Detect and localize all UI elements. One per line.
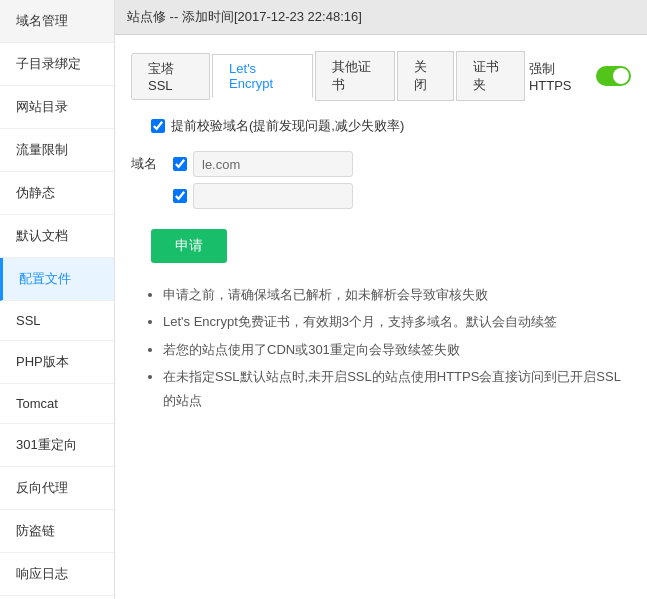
domain-1-checkbox[interactable] (173, 157, 187, 171)
domain-label: 域名 (131, 151, 161, 173)
tab-cert-folder[interactable]: 证书夹 (456, 51, 525, 101)
domain-list (173, 151, 353, 209)
domain-item-1 (173, 151, 353, 177)
apply-button[interactable]: 申请 (151, 229, 227, 263)
notes-list: 申请之前，请确保域名已解析，如未解析会导致审核失败 Let's Encrypt免… (131, 283, 631, 412)
force-https-container: 强制HTTPS (529, 60, 631, 93)
note-item-2: Let's Encrypt免费证书，有效期3个月，支持多域名。默认会自动续签 (163, 310, 631, 333)
sidebar-item-tomcat[interactable]: Tomcat (0, 384, 114, 424)
main-panel: 站点修 -- 添加时间[2017-12-23 22:48:16] 宝塔SSL L… (115, 0, 647, 599)
sidebar-item-domain-management[interactable]: 域名管理 (0, 0, 114, 43)
sidebar-item-reverse-proxy[interactable]: 反向代理 (0, 467, 114, 510)
content-area: 宝塔SSL Let's Encrypt 其他证书 关闭 证书夹 强制HTTPS (115, 35, 647, 599)
sidebar-item-response-log[interactable]: 响应日志 (0, 553, 114, 596)
domain-2-checkbox[interactable] (173, 189, 187, 203)
sidebar-item-hotlink[interactable]: 防盗链 (0, 510, 114, 553)
domain-2-input[interactable] (193, 183, 353, 209)
sidebar-item-301-redirect[interactable]: 301重定向 (0, 424, 114, 467)
tab-lets-encrypt[interactable]: Let's Encrypt (212, 54, 313, 98)
tabs-row: 宝塔SSL Let's Encrypt 其他证书 关闭 证书夹 强制HTTPS (131, 51, 631, 101)
sidebar-item-rewrite[interactable]: 伪静态 (0, 172, 114, 215)
note-item-3: 若您的站点使用了CDN或301重定向会导致续签失败 (163, 338, 631, 361)
note-item-4: 在未指定SSL默认站点时,未开启SSL的站点使用HTTPS会直接访问到已开启SS… (163, 365, 631, 412)
pre-check-row: 提前校验域名(提前发现问题,减少失败率) (131, 117, 631, 135)
tab-other-cert[interactable]: 其他证书 (315, 51, 395, 101)
domain-item-2 (173, 183, 353, 209)
tab-close[interactable]: 关闭 (397, 51, 454, 101)
domain-section: 域名 (131, 151, 631, 209)
note-item-1: 申请之前，请确保域名已解析，如未解析会导致审核失败 (163, 283, 631, 306)
sidebar-item-ssl[interactable]: SSL (0, 301, 114, 341)
sidebar-item-php-version[interactable]: PHP版本 (0, 341, 114, 384)
force-https-toggle[interactable] (596, 66, 631, 86)
sidebar-item-subdirectory[interactable]: 子目录绑定 (0, 43, 114, 86)
sidebar-item-config-file[interactable]: 配置文件 (0, 258, 114, 301)
title-text: 站点修 -- 添加时间[2017-12-23 22:48:16] (127, 8, 362, 26)
title-bar: 站点修 -- 添加时间[2017-12-23 22:48:16] (115, 0, 647, 35)
pre-check-checkbox[interactable] (151, 119, 165, 133)
sidebar-item-default-doc[interactable]: 默认文档 (0, 215, 114, 258)
pre-check-label: 提前校验域名(提前发现问题,减少失败率) (171, 117, 404, 135)
sidebar-item-website-dir[interactable]: 网站目录 (0, 86, 114, 129)
domain-1-input[interactable] (193, 151, 353, 177)
force-https-label: 强制HTTPS (529, 60, 590, 93)
tab-baota-ssl[interactable]: 宝塔SSL (131, 53, 210, 100)
sidebar-item-traffic-limit[interactable]: 流量限制 (0, 129, 114, 172)
sidebar: 域名管理 子目录绑定 网站目录 流量限制 伪静态 默认文档 配置文件 SSL P… (0, 0, 115, 599)
